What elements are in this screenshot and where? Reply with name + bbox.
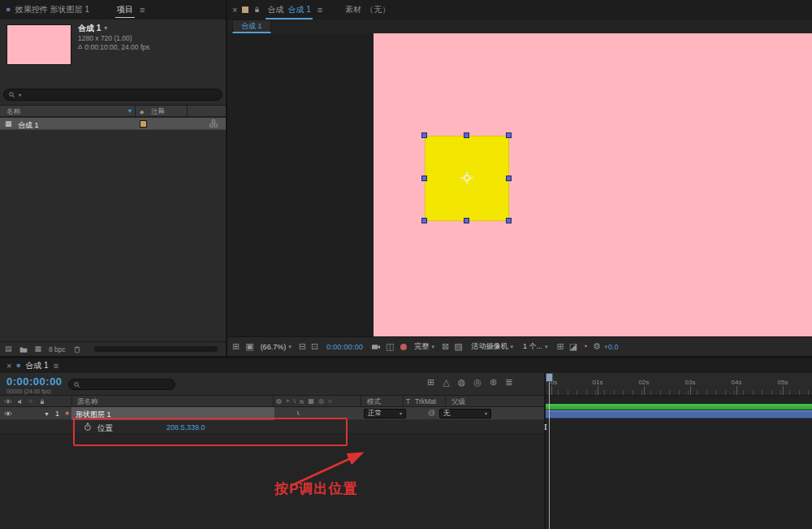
selection-handle-tr[interactable] <box>506 132 512 138</box>
project-item-name[interactable]: 合成 1 <box>18 120 39 131</box>
always-preview-icon[interactable]: ⊞ <box>232 342 240 351</box>
comp-subtab[interactable]: 合成 1 <box>232 20 271 33</box>
comp-name[interactable]: 合成 1 <box>78 23 101 34</box>
time-ruler[interactable]: 0s 01s 02s 03s 04s 05s <box>546 373 812 396</box>
close-icon[interactable]: × <box>232 6 237 15</box>
3d-layer-switch-icon[interactable]: ○ <box>328 398 332 405</box>
panel-menu-icon[interactable]: ≡ <box>140 6 145 15</box>
project-thumbnail <box>6 24 71 65</box>
exposure-gear-icon[interactable]: ⚙ <box>593 342 601 351</box>
collapse-switch-icon[interactable]: + <box>286 398 290 405</box>
timeline-timecode[interactable]: 0:00:00:00 <box>6 375 63 388</box>
project-bpc[interactable]: 8 bpc <box>49 345 66 353</box>
timeline-left-right-divider[interactable] <box>544 373 546 529</box>
playhead-line[interactable] <box>549 373 550 529</box>
tab-footage[interactable]: 素材 （无） <box>345 4 390 15</box>
view-layout-select[interactable]: 1 个... ▾ <box>523 341 548 352</box>
new-folder-icon[interactable] <box>19 345 28 353</box>
label-chip[interactable] <box>140 120 147 128</box>
view-select[interactable]: 活动摄像机 ▾ <box>472 341 514 352</box>
tab-project[interactable]: 项目 <box>115 2 135 18</box>
resolution-select[interactable]: 完整 ▾ <box>414 341 434 352</box>
pixel-aspect-icon[interactable]: ◪ <box>569 342 577 351</box>
timeline-menu-icon[interactable]: ≡ <box>54 362 58 371</box>
tab-composition[interactable]: 合成 合成 1 <box>266 1 312 20</box>
main-viewer-icon[interactable]: ▣ <box>245 342 253 351</box>
ruler-label-4: 04s <box>732 379 742 386</box>
motion-blur-switch-icon[interactable]: ◎ <box>318 398 324 405</box>
graph-editor-icon[interactable]: ≣ <box>505 378 512 387</box>
selection-handle-ml[interactable] <box>421 176 427 181</box>
parent-select[interactable]: 无 ▾ <box>439 409 491 418</box>
close-icon[interactable]: × <box>6 362 11 371</box>
selection-handle-tm[interactable] <box>464 132 469 138</box>
column-t[interactable]: T <box>406 397 410 405</box>
column-parent[interactable]: 父级 <box>451 397 465 407</box>
show-snapshot-icon[interactable]: ◫ <box>386 342 394 351</box>
composition-icon: ▦ <box>5 120 12 128</box>
interpret-footage-icon[interactable]: ▤ <box>5 345 12 353</box>
label-column-icon[interactable]: ◆ <box>140 109 144 115</box>
selection-handle-bm[interactable] <box>464 218 469 223</box>
project-search-input[interactable] <box>24 89 218 100</box>
trash-icon[interactable] <box>73 345 81 353</box>
blend-mode-select[interactable]: 正常 ▾ <box>364 409 406 418</box>
column-trkmat[interactable]: TrkMat <box>415 397 436 405</box>
comp-mini-flowchart-icon[interactable]: ⊞ <box>427 378 434 387</box>
region-of-interest-icon[interactable]: ⊠ <box>442 342 449 351</box>
viewer-menu-icon[interactable]: ≡ <box>317 6 322 15</box>
selection-handle-mr[interactable] <box>506 176 512 181</box>
tab-footage-label: 素材 <box>345 4 361 15</box>
lock-icon[interactable] <box>253 6 261 14</box>
project-search[interactable]: ▾ <box>3 89 222 101</box>
zoom-select[interactable]: (66.7%) ▾ <box>261 343 292 351</box>
anchor-point-icon[interactable] <box>460 171 474 185</box>
frame-blend-icon[interactable]: ◎ <box>473 378 482 387</box>
effects-switch-icon[interactable]: fx <box>300 399 304 405</box>
selection-handle-br[interactable] <box>506 218 512 223</box>
frame-blend-switch-icon[interactable]: ▦ <box>308 398 314 405</box>
flowchart-icon[interactable] <box>209 119 218 128</box>
chevron-down-icon[interactable]: ▾ <box>104 25 107 32</box>
panel-icon: ■ <box>16 362 20 369</box>
column-source-name[interactable]: 源名称 <box>77 397 98 407</box>
project-item-row[interactable]: ▦ 合成 1 <box>0 118 226 130</box>
column-comment[interactable]: 注释 <box>151 107 165 117</box>
video-column-icon[interactable] <box>4 398 12 405</box>
layer-visibility-eye-icon[interactable] <box>4 410 12 417</box>
selection-handle-bl[interactable] <box>421 218 427 223</box>
search-options-caret-icon[interactable]: ▾ <box>19 93 21 98</box>
audio-column-icon[interactable] <box>17 398 24 405</box>
fast-previews-icon[interactable]: ◔ <box>582 342 588 351</box>
timeline-search-input[interactable] <box>84 379 171 389</box>
viewer-timecode[interactable]: 0:00:00:00 <box>326 342 363 351</box>
solo-column-icon[interactable]: ○ <box>28 398 32 405</box>
channels-icon[interactable] <box>400 344 407 350</box>
motion-blur-icon[interactable]: ⊛ <box>490 378 497 387</box>
grid-guides-icon[interactable]: ⊟ <box>299 342 306 351</box>
transparency-grid-icon[interactable]: ▨ <box>454 342 462 351</box>
sort-caret-icon[interactable]: ▾ <box>128 108 132 115</box>
parent-pickwhip-icon[interactable]: @ <box>428 410 435 417</box>
hide-shy-icon[interactable]: ◍ <box>458 378 466 387</box>
shy-switch-icon[interactable]: ◍ <box>276 398 282 405</box>
tab-effect-controls[interactable]: 效果控件 形状图层 1 <box>15 4 89 15</box>
column-mode[interactable]: 模式 <box>367 397 381 407</box>
mask-toggle-icon[interactable]: ⊡ <box>311 342 318 351</box>
horizontal-scrollbar[interactable] <box>94 346 218 352</box>
playhead-grabber[interactable] <box>546 373 553 382</box>
draft-3d-icon[interactable]: △ <box>443 378 449 387</box>
quality-switch-icon[interactable]: \ <box>294 398 296 405</box>
column-name[interactable]: 名称 <box>6 107 20 117</box>
timeline-tab[interactable]: 合成 1 <box>25 360 48 371</box>
layer-duration-bar[interactable] <box>546 410 812 418</box>
selection-handle-tl[interactable] <box>421 132 427 138</box>
snapshot-icon[interactable] <box>371 343 381 351</box>
exposure-value[interactable]: +0.0 <box>604 343 619 351</box>
layer-expand-icon[interactable]: ▼ <box>44 411 50 417</box>
timeline-search[interactable] <box>68 379 175 390</box>
share-view-icon[interactable]: ⊞ <box>557 342 564 351</box>
new-composition-icon[interactable]: ▦ <box>35 345 42 353</box>
layer-quality-icon[interactable]: \ <box>297 410 299 417</box>
lock-column-icon[interactable] <box>39 398 45 405</box>
